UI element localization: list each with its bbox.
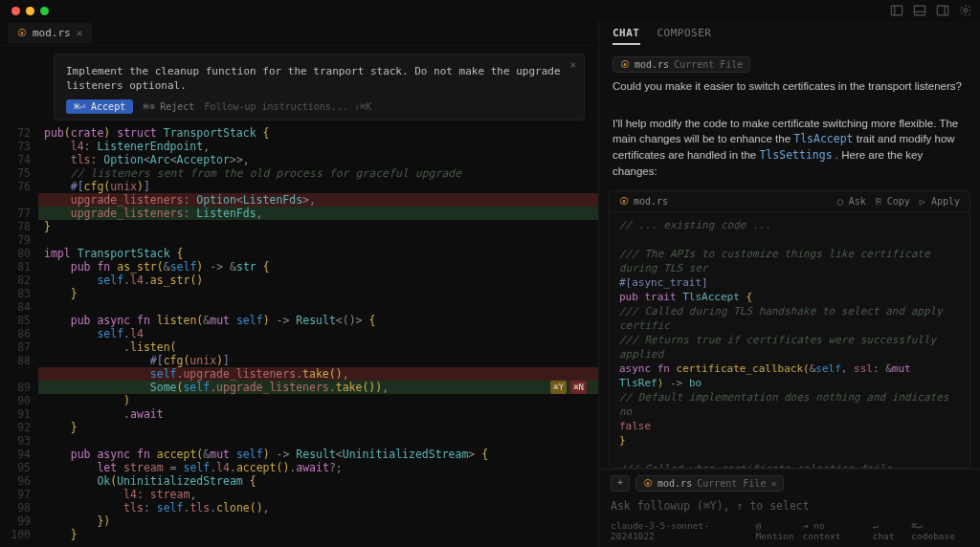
chat-tabs: CHAT COMPOSER xyxy=(599,21,980,51)
line-number: 79 xyxy=(0,233,38,247)
line-number: 77 xyxy=(0,207,38,220)
line-number: 88 xyxy=(0,354,38,367)
line-number: 76 xyxy=(0,180,38,193)
svg-point-6 xyxy=(964,9,968,12)
line-number: 75 xyxy=(0,166,38,180)
mention-button[interactable]: @ Mention xyxy=(756,520,803,541)
line-number: 87 xyxy=(0,340,38,354)
chat-send-hint[interactable]: ↵ chat xyxy=(873,520,904,541)
code-card-body: // ... existing code ... /// The APIs to… xyxy=(610,212,969,469)
svg-rect-0 xyxy=(891,6,902,15)
editor-tab[interactable]: ⦿ mod.rs ✕ xyxy=(8,23,92,43)
close-tab-icon[interactable]: ✕ xyxy=(77,27,83,39)
rust-file-icon: ⦿ xyxy=(17,28,27,38)
editor-tab-bar: ⦿ mod.rs ✕ xyxy=(0,21,598,46)
layout-panel-right-icon[interactable] xyxy=(936,4,949,17)
codebase-hint[interactable]: ⌘↵ codebase xyxy=(911,520,969,541)
line-number: 98 xyxy=(0,501,38,514)
chat-input[interactable]: Ask followup (⌘Y), ↑ to select xyxy=(611,495,969,516)
line-number: 82 xyxy=(0,274,38,287)
line-number: 94 xyxy=(0,448,38,461)
line-number xyxy=(0,193,38,207)
gear-icon[interactable] xyxy=(959,4,972,17)
context-file-note: Current File xyxy=(674,59,743,70)
model-selector[interactable]: claude-3-5-sonnet-20241022 xyxy=(611,520,746,541)
line-number: 93 xyxy=(0,434,38,448)
no-context-hint[interactable]: ⇥ no context xyxy=(803,520,865,541)
line-number: 84 xyxy=(0,300,38,314)
titlebar xyxy=(0,0,980,21)
inline-chat-box: ✕ Implement the cleanup function for the… xyxy=(54,54,585,120)
layout-panel-bottom-icon[interactable] xyxy=(913,4,926,17)
line-number: 89 xyxy=(0,381,38,394)
line-number: 91 xyxy=(0,407,38,421)
context-file-pill[interactable]: ⦿ mod.rs Current File xyxy=(612,56,750,73)
line-number xyxy=(0,367,38,381)
traffic-lights xyxy=(11,7,49,15)
remove-context-icon[interactable]: ✕ xyxy=(770,478,776,489)
line-number: 99 xyxy=(0,514,38,528)
line-number: 96 xyxy=(0,474,38,488)
followup-placeholder: Follow-up instructions... ⇧⌘K xyxy=(204,101,371,112)
line-number: 74 xyxy=(0,153,38,166)
line-number: 83 xyxy=(0,287,38,300)
line-number: 90 xyxy=(0,394,38,407)
tab-filename: mod.rs xyxy=(33,27,71,39)
line-number: 72 xyxy=(0,126,38,140)
accept-button[interactable]: ⌘⏎ Accept xyxy=(66,99,133,114)
close-window-icon[interactable] xyxy=(11,7,20,15)
user-message: Could you make it easier to switch certi… xyxy=(599,78,980,98)
context-file-pill[interactable]: ⦿ mod.rs Current File ✕ xyxy=(635,475,784,492)
line-number: 85 xyxy=(0,314,38,327)
line-number: 95 xyxy=(0,461,38,474)
line-number: 86 xyxy=(0,327,38,340)
suggested-code-card: ⦿mod.rs ○ Ask ⎘ Copy ▷ Apply // ... exis… xyxy=(609,190,970,469)
line-number: 100 xyxy=(0,528,38,541)
maximize-window-icon[interactable] xyxy=(40,7,49,15)
titlebar-actions xyxy=(890,4,972,17)
line-number: 80 xyxy=(0,247,38,260)
rust-file-icon: ⦿ xyxy=(643,478,653,489)
copy-button[interactable]: ⎘ Copy xyxy=(876,196,910,207)
code-editor[interactable]: 72pub(crate) struct TransportStack { 73 … xyxy=(0,126,598,541)
reject-hunk-badge[interactable]: ⌘N xyxy=(570,381,587,394)
line-number: 97 xyxy=(0,488,38,501)
layout-panel-left-icon[interactable] xyxy=(890,4,903,17)
rust-file-icon: ⦿ xyxy=(620,59,630,70)
tab-composer[interactable]: COMPOSER xyxy=(657,27,712,45)
line-number: 81 xyxy=(0,260,38,274)
rust-file-icon: ⦿ xyxy=(619,196,629,207)
inline-chat-instruction: Implement the cleanup function for the t… xyxy=(66,64,572,94)
svg-rect-2 xyxy=(914,6,924,15)
accept-hunk-badge[interactable]: ⌘Y xyxy=(550,381,567,394)
line-number: 73 xyxy=(0,140,38,153)
ask-button[interactable]: ○ Ask xyxy=(837,196,866,207)
line-number: 92 xyxy=(0,421,38,434)
close-inline-chat-icon[interactable]: ✕ xyxy=(569,58,576,71)
minimize-window-icon[interactable] xyxy=(26,7,34,15)
chat-input-area: + ⦿ mod.rs Current File ✕ Ask followup (… xyxy=(599,469,980,547)
reject-button[interactable]: ⌘⌫ Reject xyxy=(143,101,194,112)
apply-button[interactable]: ▷ Apply xyxy=(920,196,960,207)
code-card-filename: mod.rs xyxy=(634,196,668,207)
tab-chat[interactable]: CHAT xyxy=(612,27,640,45)
svg-rect-4 xyxy=(937,6,947,15)
context-file-name: mod.rs xyxy=(635,59,669,70)
line-number: 78 xyxy=(0,220,38,233)
assistant-message: I'll help modify the code to make certif… xyxy=(599,116,980,184)
add-context-button[interactable]: + xyxy=(611,475,630,492)
